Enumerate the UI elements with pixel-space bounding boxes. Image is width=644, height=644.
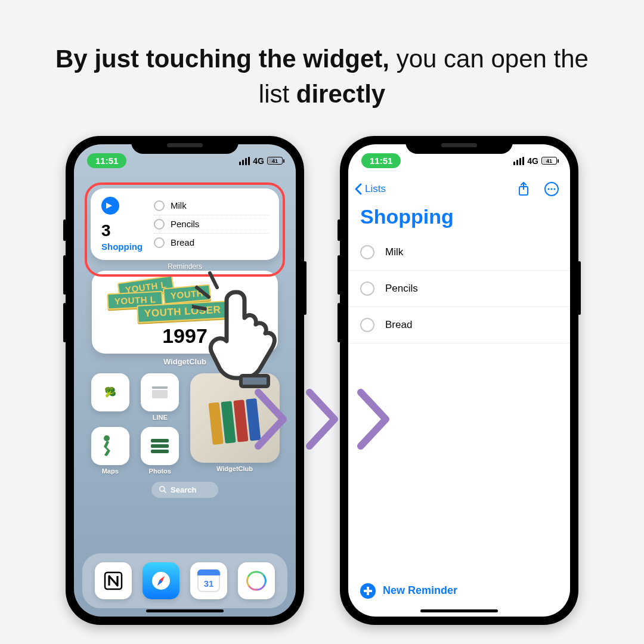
svg-point-10 [547,188,549,190]
svg-line-2 [164,491,166,493]
list-icon [101,197,119,215]
list-title: Shopping [348,200,570,234]
app-icon-maps[interactable]: Maps [89,427,131,475]
signal-icon [513,157,524,165]
widget-item[interactable]: Bread [154,234,268,252]
battery-icon: 41 [541,157,557,165]
new-reminder-button[interactable]: New Reminder [360,583,457,599]
radio-icon[interactable] [360,245,374,259]
chevron-left-icon [353,182,364,196]
list-item[interactable]: Milk [348,234,570,271]
list-item[interactable]: Pencils [348,271,570,307]
status-network: 4G [253,156,264,166]
widget-highlight-frame: 3 Shopping Milk Pencils Bread Reminders [85,182,285,277]
svg-rect-16 [241,376,268,386]
share-icon[interactable] [516,181,531,197]
plus-circle-icon [360,583,376,599]
notch [131,136,239,154]
tap-gesture-icon [192,270,305,391]
radio-icon[interactable] [154,237,165,248]
app-icon[interactable]: 🥦 [89,373,131,421]
svg-line-15 [192,306,205,309]
widget-item[interactable]: Milk [154,197,268,215]
radio-icon[interactable] [154,200,165,211]
status-network: 4G [527,156,538,166]
navbar: Lists [348,178,570,200]
search-icon [159,485,167,494]
dock: 31 [82,553,287,608]
headline: By just touching the widget, you can ope… [0,0,644,112]
search-button[interactable]: Search [151,482,218,498]
svg-point-11 [550,188,552,190]
reminders-widget[interactable]: 3 Shopping Milk Pencils Bread [91,188,279,260]
app-icon-line[interactable]: LINE [140,373,181,421]
dock-app-chatgpt[interactable] [238,562,275,599]
radio-icon[interactable] [360,281,374,296]
widget-item[interactable]: Pencils [154,215,268,234]
dock-app-calendar[interactable]: 31 [190,562,227,599]
status-right: 4G 41 [239,156,283,166]
radio-icon[interactable] [154,219,165,230]
widget-list-name: Shopping [101,242,154,252]
list-item[interactable]: Bread [348,307,570,343]
home-indicator[interactable] [420,609,498,612]
status-right: 4G 41 [513,156,557,166]
signal-icon [239,157,250,165]
headline-bold-2: directly [296,80,385,108]
svg-point-12 [553,188,555,190]
dock-app-safari[interactable] [143,562,179,599]
notch [405,136,513,154]
widget-count: 3 [101,221,154,240]
svg-point-0 [104,435,110,441]
dock-app-notion[interactable] [95,562,132,599]
more-icon[interactable] [544,181,559,197]
status-time: 11:51 [361,153,401,168]
home-indicator[interactable] [146,609,224,612]
transition-arrows [250,386,394,452]
app-icon-photos[interactable]: Photos [140,427,181,475]
headline-bold-1: By just touching the widget, [55,45,397,73]
back-button[interactable]: Lists [353,182,386,196]
phone-right: 11:51 4G 41 Lists [340,136,578,625]
status-time: 11:51 [87,153,126,168]
svg-line-13 [197,287,209,297]
radio-icon[interactable] [360,318,374,332]
battery-icon: 41 [267,157,283,165]
svg-line-14 [210,273,217,287]
